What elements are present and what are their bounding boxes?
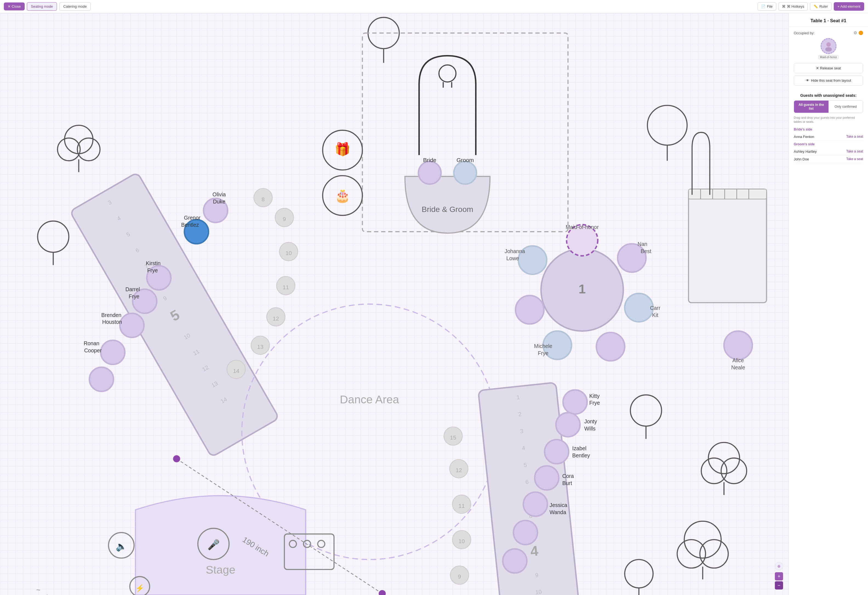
lightbulb [439,65,456,82]
svg-text:🎤: 🎤 [207,539,220,551]
guest-row-anna: Anna Fenton Take a seat [794,133,863,141]
t4-guest4[interactable] [534,466,559,490]
release-seat-button[interactable]: ✕ Release seat [794,63,863,73]
svg-text:5: 5 [523,462,527,468]
tree-bottom-right [625,559,653,595]
file-button[interactable]: 📄 File [757,2,776,11]
tree-top-center [368,18,399,63]
brides-side-label: Bride's side [794,127,863,131]
compass-button[interactable]: ⊕ [775,562,783,570]
t4-guest6[interactable] [514,520,537,545]
ruler-point-end [379,590,386,595]
stage-label: Stage [206,564,235,576]
seat-1-5-label: Michele [534,343,552,349]
svg-text:11: 11 [458,503,465,509]
t4-guest1[interactable] [563,390,587,414]
sound-icon: ~ [36,586,40,594]
guests-section-title: Guests with unassigned seats: [794,93,863,98]
seat-1-4[interactable] [596,333,625,361]
t4-guest5[interactable] [523,492,548,516]
maid-of-honor-label: Maid-of-honor [565,224,599,230]
hide-seat-button[interactable]: 👁 Hide this seat from layout [794,75,863,86]
svg-text:⚡: ⚡ [135,584,145,592]
t4-guest3[interactable] [545,440,569,464]
all-guests-tab[interactable]: All guests in the list [794,101,828,113]
guest-groups: Bride's side Anna Fenton Take a seat Gro… [794,127,863,163]
groom-avatar[interactable] [454,161,477,184]
jessica-label: Jessica [550,502,567,508]
table-1-label: 1 [579,282,586,296]
seat5-8-avatar[interactable] [89,367,114,391]
seat-1-3-label: Carr [650,305,660,311]
ronan-cooper-avatar[interactable] [101,340,125,364]
bride-groom-label: Bride & Groom [422,205,473,214]
kirstin-label: Kirstin [146,260,161,266]
svg-text:10: 10 [458,538,465,544]
olivia-duke-label: Olivia [213,191,226,197]
seat-1-3[interactable] [625,293,653,322]
alice-neale-label2: Neale [731,364,745,370]
zoom-in-button[interactable]: + [775,572,783,580]
svg-text:6: 6 [525,478,529,485]
avatar-circle [821,38,837,54]
jessica-label2: Wanda [550,509,566,515]
seat-1-2-label: Nan [638,241,647,247]
kitty-frye-label: Kitty [589,393,600,399]
ronan-label2: Cooper [84,348,102,354]
svg-text:14: 14 [233,368,239,374]
bride-label: Bride [423,157,436,163]
svg-text:1: 1 [516,394,520,400]
groom-label: Groom [456,157,474,163]
drag-hint: Drag and drop your guests into your pref… [794,116,863,124]
filter-tabs: All guests in the list Only confirmed [794,101,863,113]
t4-guest2[interactable] [556,413,580,437]
eye-icon: 👁 [806,78,809,83]
occupied-section: Occupied by: ⚙ Maid-of-honor [789,27,868,63]
darrel-frye-avatar[interactable] [133,289,157,314]
ruler-button[interactable]: 📏 Ruler [810,2,831,11]
action-buttons: ✕ Release seat 👁 Hide this seat from lay… [789,63,868,89]
zoom-out-button[interactable]: − [775,581,783,589]
sidebar: Table 1 · Seat #1 Occupied by: ⚙ Maid-of… [788,13,868,595]
add-element-button[interactable]: + Add element [834,2,864,11]
take-seat-john-button[interactable]: Take a seat [846,157,863,161]
guest-row-ashley: Ashley Hartley Take a seat [794,148,863,155]
seating-mode-button[interactable]: Seating mode [27,2,57,11]
svg-text:12: 12 [456,467,462,473]
confirmed-tab[interactable]: Only confirmed [828,101,863,113]
piano-area [689,189,767,303]
brenden-houston-avatar[interactable] [120,314,144,337]
gear-button[interactable]: ⚙ [853,30,857,36]
alice-neale-avatar[interactable] [724,331,752,360]
topbar: ✕ Close Seating mode Catering mode 📄 Fil… [0,0,868,13]
tree-right-bottom-1 [701,443,747,495]
hotkeys-icon: ⌘ [782,4,785,9]
main-layout: Bride & Groom Bride Groom 🎁 🎂 1 Maid-of-… [0,13,868,595]
ruler-icon: 📏 [813,4,818,9]
catering-mode-button[interactable]: Catering mode [59,2,91,11]
seat-1-6[interactable] [516,296,544,324]
t4-guest7[interactable] [503,549,527,573]
file-icon: 📄 [761,4,766,9]
hotkeys-button[interactable]: ⌘ ⌘ Hotkeys [778,2,808,11]
seating-canvas[interactable]: Bride & Groom Bride Groom 🎁 🎂 1 Maid-of-… [0,13,788,595]
ronan-label: Ronan [84,340,99,346]
sidebar-title: Table 1 · Seat #1 [789,13,868,27]
tree-mid-right [630,395,662,439]
take-seat-ashley-button[interactable]: Take a seat [846,149,863,153]
svg-text:8: 8 [261,196,265,202]
svg-text:4: 4 [530,543,539,559]
jonty-wills-label2: Wills [585,426,596,432]
stage-area [135,496,306,595]
take-seat-anna-button[interactable]: Take a seat [846,135,863,138]
occupied-icons: ⚙ [853,30,863,36]
svg-point-77 [825,47,832,52]
guest-name-ashley: Ashley Hartley [794,149,817,154]
svg-text:4: 4 [521,445,525,451]
grenor-label2: Bentlez [181,222,199,228]
svg-text:12: 12 [273,315,279,322]
bride-avatar[interactable] [418,161,441,184]
tree-right-bottom-2 [677,521,728,579]
close-button[interactable]: ✕ Close [4,3,25,10]
topbar-right: 📄 File ⌘ ⌘ Hotkeys 📏 Ruler + Add element [757,2,864,11]
